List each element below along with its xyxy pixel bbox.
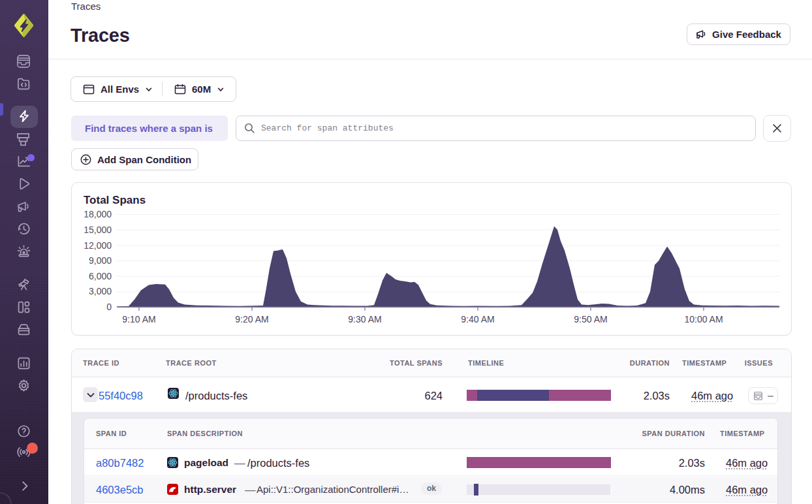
svg-text:18,000: 18,000 bbox=[84, 209, 112, 219]
svg-text:12,000: 12,000 bbox=[84, 240, 112, 251]
svg-text:10:00 AM: 10:00 AM bbox=[684, 314, 723, 324]
svg-text:3,000: 3,000 bbox=[89, 286, 112, 296]
svg-text:9,000: 9,000 bbox=[89, 255, 112, 266]
svg-text:6,000: 6,000 bbox=[89, 271, 112, 281]
svg-text:9:20 AM: 9:20 AM bbox=[235, 314, 268, 324]
svg-text:0: 0 bbox=[106, 302, 112, 312]
svg-text:9:10 AM: 9:10 AM bbox=[122, 314, 155, 324]
svg-text:9:50 AM: 9:50 AM bbox=[574, 314, 607, 324]
svg-text:15,000: 15,000 bbox=[84, 225, 112, 235]
svg-text:9:30 AM: 9:30 AM bbox=[348, 314, 381, 324]
svg-text:9:40 AM: 9:40 AM bbox=[461, 314, 494, 324]
